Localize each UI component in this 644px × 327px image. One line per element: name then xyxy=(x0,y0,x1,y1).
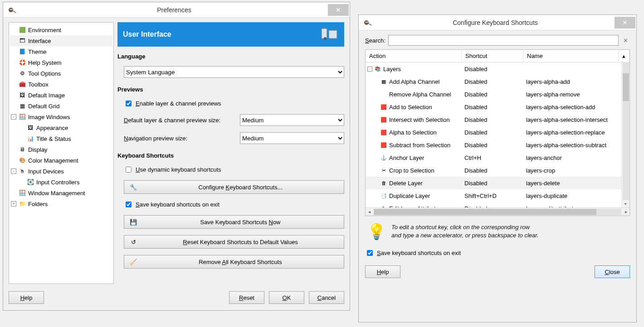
preferences-close-button[interactable]: ✕ xyxy=(328,4,349,16)
hint-row: 💡 To edit a shortcut key, click on the c… xyxy=(365,220,630,243)
svg-point-6 xyxy=(364,20,369,25)
shortcut-row[interactable]: Remove Alpha ChannelDisabledlayers-alpha… xyxy=(366,88,629,101)
shortcut-row[interactable]: -📚LayersDisabled xyxy=(366,63,629,75)
group-previews-title: Previews xyxy=(117,86,344,93)
navigation-preview-size-label: Navigation preview size: xyxy=(124,135,236,142)
sidebar-item-help-system[interactable]: 🛟Help System xyxy=(10,57,112,68)
reset-icon: ↺ xyxy=(127,239,140,245)
reset-button[interactable]: Reset xyxy=(229,291,264,304)
svg-point-1 xyxy=(10,9,11,10)
enable-previews-label[interactable]: Enable layer & channel previews xyxy=(136,100,221,107)
shortcut-row[interactable]: ✂Crop to SelectionDisabledlayers-crop xyxy=(366,164,629,177)
action-icon: 🟥 xyxy=(380,117,387,123)
shortcut-row[interactable]: 🟥Intersect with SelectionDisabledlayers-… xyxy=(366,113,629,126)
shortcut-row[interactable]: ▩Add Alpha ChannelDisabledlayers-alpha-a… xyxy=(366,75,629,88)
shortcuts-close-button[interactable]: ✕ xyxy=(615,17,635,29)
col-name[interactable]: Name xyxy=(523,50,619,62)
action-label: Duplicate Layer xyxy=(389,192,430,199)
shortcut-value: Disabled xyxy=(462,129,523,136)
action-name: layers-alpha-add xyxy=(523,78,629,85)
action-name: layers-alpha-remove xyxy=(523,91,629,98)
shortcut-value: Disabled xyxy=(462,104,523,111)
sidebar-item-default-image[interactable]: 🖼Default Image xyxy=(10,90,112,101)
save-icon: 💾 xyxy=(127,219,140,226)
sidebar-item-input-devices[interactable]: -🖱Input Devices xyxy=(10,166,112,177)
clear-search-icon[interactable]: ✕ xyxy=(621,37,630,44)
sidebar-item-label: Color Management xyxy=(28,157,78,164)
action-icon: ✎ xyxy=(380,206,387,208)
preferences-footer: Help Reset OK Cancel xyxy=(3,289,350,310)
default-preview-size-select[interactable]: Medium xyxy=(240,114,344,126)
preferences-category-tree[interactable]: 🟩Environment🗔Interface📘Theme🛟Help System… xyxy=(9,22,114,284)
sidebar-item-default-grid[interactable]: ▦Default Grid xyxy=(10,101,112,111)
shortcut-row[interactable]: 🟥Alpha to SelectionDisabledlayers-alpha-… xyxy=(366,126,629,139)
help-button-2[interactable]: Help xyxy=(365,265,400,278)
sidebar-item-label: Default Grid xyxy=(28,103,59,110)
col-action[interactable]: Action xyxy=(366,50,462,62)
category-icon: 📘 xyxy=(18,48,26,55)
action-name: layers-duplicate xyxy=(523,192,629,199)
search-row: Search: ✕ xyxy=(365,35,630,46)
vertical-scrollbar[interactable]: ▾ xyxy=(621,63,629,207)
action-icon: 🟥 xyxy=(380,142,387,148)
horizontal-scrollbar[interactable]: ◂ ▸ xyxy=(366,207,629,216)
cancel-button[interactable]: Cancel xyxy=(309,291,344,304)
sidebar-item-image-windows[interactable]: -🪟Image Windows xyxy=(10,111,112,122)
action-name: layers-alpha-selection-intersect xyxy=(523,116,629,123)
preferences-main-panel: User Interface Language System Language … xyxy=(117,22,344,284)
language-select[interactable]: System Language xyxy=(124,66,344,78)
use-dynamic-shortcuts-label[interactable]: Use dynamic keyboard shortcuts xyxy=(136,166,221,173)
shortcut-row[interactable]: 📑Duplicate LayerShift+Ctrl+Dlayers-dupli… xyxy=(366,189,629,202)
help-button[interactable]: Help xyxy=(9,291,44,304)
col-scroll-up-icon[interactable]: ▴ xyxy=(619,50,629,62)
configure-shortcuts-button[interactable]: 🔧 Configure Keyboard Shortcuts... xyxy=(124,180,344,194)
search-input[interactable] xyxy=(388,35,619,46)
enable-previews-checkbox[interactable] xyxy=(126,101,132,106)
action-icon: ⚓ xyxy=(380,155,387,161)
save-shortcuts-on-exit-label[interactable]: Save keyboard shortcuts on exit xyxy=(136,201,220,208)
sidebar-item-appearance[interactable]: 🖼Appearance xyxy=(10,122,112,133)
sidebar-item-environment[interactable]: 🟩Environment xyxy=(10,24,112,35)
tree-expander[interactable]: + xyxy=(11,201,16,207)
remove-all-shortcuts-button[interactable]: 🧹 Remove All Keyboard Shortcuts xyxy=(124,255,344,269)
navigation-preview-size-select[interactable]: Medium xyxy=(240,132,344,144)
sidebar-item-label: Theme xyxy=(28,48,46,55)
action-name: layers-alpha-selection-replace xyxy=(523,129,629,136)
tree-expander[interactable]: - xyxy=(11,114,16,120)
reset-shortcuts-button[interactable]: ↺ Reset Keyboard Shortcuts to Default Va… xyxy=(124,235,344,249)
row-expander[interactable]: - xyxy=(367,67,372,72)
action-label: Delete Layer xyxy=(389,180,423,187)
sidebar-item-theme[interactable]: 📘Theme xyxy=(10,46,112,57)
save-shortcuts-now-button[interactable]: 💾 Save Keyboard Shortcuts Now xyxy=(124,215,344,229)
sidebar-item-interface[interactable]: 🗔Interface xyxy=(10,35,112,46)
category-icon: 🧰 xyxy=(18,81,26,88)
shortcut-row[interactable]: ⚓Anchor LayerCtrl+Hlayers-anchor xyxy=(366,151,629,164)
shortcuts-footer: Help Close xyxy=(365,263,630,283)
sidebar-item-window-management[interactable]: 🪟Window Management xyxy=(10,188,112,198)
tree-expander[interactable]: - xyxy=(11,168,16,174)
action-icon: ✂ xyxy=(380,168,387,173)
table-body[interactable]: -📚LayersDisabled▩Add Alpha ChannelDisabl… xyxy=(366,63,629,207)
save-shortcuts-on-exit-checkbox[interactable] xyxy=(126,202,132,207)
sidebar-item-label: Image Windows xyxy=(28,114,70,120)
shortcut-row[interactable]: 🟥Subtract from SelectionDisabledlayers-a… xyxy=(366,139,629,151)
ok-button[interactable]: OK xyxy=(269,291,304,304)
use-dynamic-shortcuts-checkbox[interactable] xyxy=(126,167,132,173)
shortcut-row[interactable]: 🟥Add to SelectionDisabledlayers-alpha-se… xyxy=(366,101,629,113)
sidebar-item-display[interactable]: 🖥Display xyxy=(10,144,112,155)
col-shortcut[interactable]: Shortcut xyxy=(462,50,523,62)
shortcut-row[interactable]: ✎Edit Layer Attributes...Disabledlayers-… xyxy=(366,202,629,207)
sidebar-item-tool-options[interactable]: ⚙Tool Options xyxy=(10,68,112,79)
save-shortcuts-on-exit-checkbox-2[interactable] xyxy=(367,250,373,256)
sidebar-item-folders[interactable]: +📁Folders xyxy=(10,198,112,209)
category-icon: 🟩 xyxy=(18,26,26,34)
sidebar-item-input-controllers[interactable]: 💽Input Controllers xyxy=(10,177,112,188)
save-shortcuts-on-exit-label-2[interactable]: Save keyboard shortcuts on exit xyxy=(377,250,461,256)
action-name: layers-edit-attributes xyxy=(523,205,629,208)
shortcut-value: Shift+Ctrl+D xyxy=(462,192,523,199)
shortcut-row[interactable]: 🗑Delete LayerDisabledlayers-delete xyxy=(366,177,629,189)
close-button[interactable]: Close xyxy=(595,265,630,278)
sidebar-item-color-management[interactable]: 🎨Color Management xyxy=(10,155,112,166)
sidebar-item-toolbox[interactable]: 🧰Toolbox xyxy=(10,79,112,90)
sidebar-item-title-status[interactable]: 📊Title & Status xyxy=(10,133,112,144)
